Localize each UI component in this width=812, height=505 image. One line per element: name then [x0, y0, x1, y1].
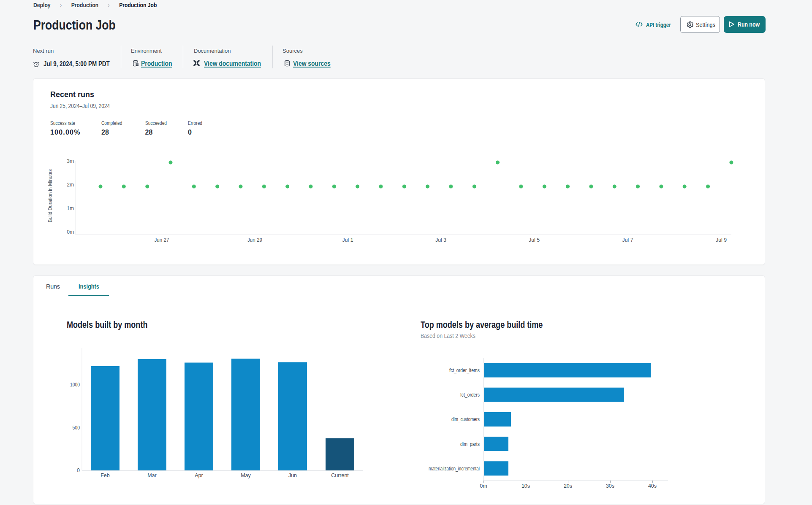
svg-text:Feb: Feb	[100, 473, 110, 478]
svg-text:1000: 1000	[70, 382, 80, 388]
svg-text:dim_customers: dim_customers	[451, 416, 480, 422]
svg-text:Apr: Apr	[195, 473, 203, 478]
svg-text:30s: 30s	[606, 483, 614, 489]
svg-text:fct_orders: fct_orders	[460, 392, 480, 398]
svg-text:0m: 0m	[480, 483, 487, 489]
svg-text:10s: 10s	[521, 483, 530, 489]
svg-text:dim_parts: dim_parts	[460, 441, 480, 447]
svg-text:40s: 40s	[648, 483, 657, 489]
svg-text:materialization_incremental: materialization_incremental	[429, 466, 480, 472]
svg-text:Jun: Jun	[288, 473, 297, 478]
svg-text:May: May	[241, 473, 251, 478]
svg-text:Current: Current	[331, 473, 349, 478]
svg-text:fct_order_items: fct_order_items	[449, 367, 480, 373]
svg-text:0: 0	[77, 467, 80, 473]
svg-text:500: 500	[73, 425, 80, 431]
svg-text:20s: 20s	[564, 483, 572, 489]
svg-text:Mar: Mar	[147, 473, 157, 478]
